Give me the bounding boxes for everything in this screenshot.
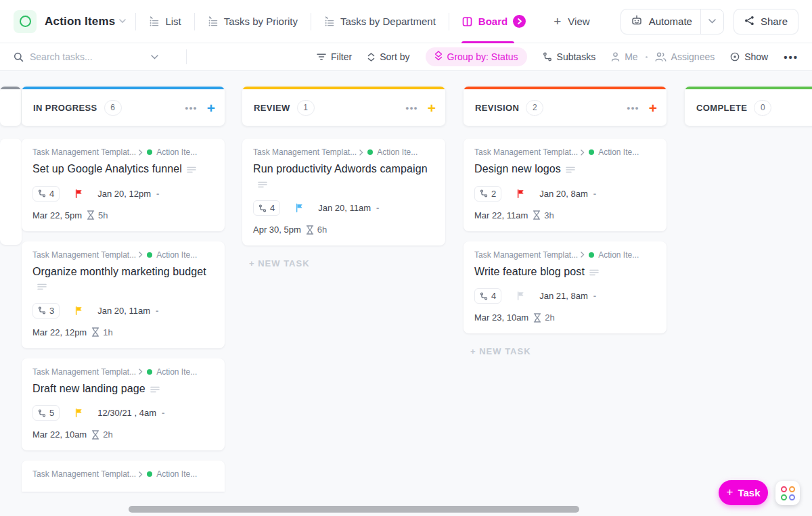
show-button[interactable]: Show [730, 51, 768, 62]
start-date[interactable]: Jan 20, 11am [97, 306, 150, 316]
breadcrumb-space[interactable]: Action Ite... [598, 147, 639, 157]
group-by-button[interactable]: Group by: Status [426, 47, 527, 66]
subtask-count-badge[interactable]: 4 [32, 186, 60, 202]
more-options-button[interactable]: ••• [784, 51, 798, 63]
due-date[interactable]: Mar 22, 10am [32, 429, 87, 440]
search-options-chevron-icon[interactable] [151, 55, 158, 60]
task-card[interactable]: Task Management Templat... Action Ite...… [22, 241, 225, 348]
column-add-task-button[interactable]: + [649, 101, 657, 115]
time-estimate[interactable]: 2h [545, 312, 554, 323]
automate-button[interactable]: Automate [621, 9, 724, 34]
breadcrumb-space[interactable]: Action Ite... [598, 250, 639, 260]
subtask-count: 5 [49, 408, 54, 418]
breadcrumb-list[interactable]: Task Management Templat... [474, 250, 578, 260]
priority-flag-icon[interactable] [516, 189, 526, 199]
subtasks-icon [480, 189, 488, 197]
time-estimate-icon [91, 327, 99, 337]
breadcrumb-space[interactable]: Action Ite... [156, 147, 197, 157]
add-view-button[interactable]: + View [537, 0, 601, 43]
horizontal-scrollbar[interactable] [129, 506, 579, 513]
priority-flag-icon[interactable] [295, 203, 304, 213]
priority-flag-icon[interactable] [74, 189, 84, 199]
column-more-button[interactable]: ••• [406, 103, 418, 113]
apps-grid-button[interactable] [775, 481, 800, 505]
subtask-count-badge[interactable]: 4 [253, 200, 280, 216]
sort-button[interactable]: Sort by [367, 51, 409, 62]
me-filter-button[interactable]: Me [611, 51, 637, 62]
expand-views-icon[interactable] [513, 15, 526, 28]
task-card[interactable]: Task Management Templat... Action Ite...… [242, 139, 445, 245]
automate-dropdown-chevron[interactable] [700, 9, 723, 34]
breadcrumb: Task Management Templat... Action Ite... [474, 250, 656, 260]
assignees-button[interactable]: Assignees [655, 51, 715, 62]
status-dot [147, 369, 152, 375]
breadcrumb-list[interactable]: Task Management Templat... [32, 250, 136, 260]
priority-flag-icon[interactable] [74, 306, 84, 316]
time-estimate[interactable]: 2h [103, 429, 112, 440]
new-task-button[interactable]: + NEW TASK [249, 258, 445, 268]
breadcrumb-space[interactable]: Action Ite... [156, 367, 197, 377]
chevron-down-icon[interactable] [119, 19, 126, 24]
filter-button[interactable]: Filter [317, 51, 352, 62]
column-name: REVISION [475, 103, 519, 113]
due-date[interactable]: Mar 23, 10am [474, 312, 528, 323]
breadcrumb: Task Management Templat... Action Ite... [474, 147, 656, 157]
column-count-badge: 2 [526, 100, 543, 116]
due-date[interactable]: Mar 22, 11am [474, 210, 528, 220]
time-estimate[interactable]: 5h [98, 210, 108, 220]
breadcrumb-space[interactable]: Action Ite... [377, 147, 418, 157]
subtask-count-badge[interactable]: 3 [32, 303, 60, 319]
tab-tasks-by-department[interactable]: Tasks by Department [313, 0, 447, 43]
priority-flag-icon[interactable] [74, 408, 84, 418]
column-add-task-button[interactable]: + [428, 101, 436, 115]
breadcrumb-space[interactable]: Action Ite... [156, 250, 197, 260]
task-card[interactable]: Task Management Templat... Action Ite...… [22, 139, 225, 231]
list-status-logo[interactable] [14, 10, 37, 33]
new-task-button[interactable]: + NEW TASK [470, 346, 667, 356]
task-card[interactable]: Task Management Templat... Action Ite...… [464, 241, 667, 334]
start-date[interactable]: Jan 20, 11am [318, 203, 371, 213]
time-estimate[interactable]: 1h [103, 327, 112, 337]
time-estimate[interactable]: 6h [317, 225, 327, 235]
due-date[interactable]: Apr 30, 5pm [253, 225, 301, 235]
subtask-count-badge[interactable]: 4 [474, 288, 501, 304]
tab-board[interactable]: Board [451, 0, 537, 43]
tab-label: Tasks by Priority [224, 16, 298, 27]
breadcrumb-space[interactable]: Action Ite... [156, 469, 197, 479]
breadcrumb-list[interactable]: Task Management Templat... [32, 147, 136, 157]
top-header: Action Items List Tasks by Priority Task… [0, 0, 812, 43]
time-estimate-icon [533, 210, 541, 220]
start-date[interactable]: Jan 20, 8am [539, 189, 588, 199]
start-date[interactable]: 12/30/21 , 4am [97, 408, 156, 418]
tab-tasks-by-priority[interactable]: Tasks by Priority [196, 0, 309, 43]
tab-list[interactable]: List [137, 0, 192, 43]
breadcrumb-list[interactable]: Task Management Templat... [253, 147, 357, 157]
subtask-count-badge[interactable]: 2 [474, 186, 501, 202]
task-card[interactable]: Task Management Templat... Action Ite...… [22, 358, 225, 451]
column-more-button[interactable]: ••• [185, 103, 198, 113]
column-add-task-button[interactable]: + [207, 101, 215, 115]
due-date[interactable]: Mar 22, 12pm [32, 327, 87, 337]
subtask-count-badge[interactable]: 5 [32, 405, 60, 421]
breadcrumb-list[interactable]: Task Management Templat... [32, 469, 136, 479]
breadcrumb-list[interactable]: Task Management Templat... [32, 367, 136, 377]
status-dot [367, 149, 373, 155]
subtasks-icon [38, 409, 46, 417]
column-more-button[interactable]: ••• [627, 103, 639, 113]
share-button[interactable]: Share [734, 9, 798, 34]
search-input[interactable] [30, 51, 145, 62]
task-card[interactable]: Task Management Templat... Action Ite...… [464, 139, 667, 231]
board-canvas: IN PROGRESS 6 ••• + Task Management Temp… [0, 71, 812, 516]
subtasks-button[interactable]: Subtasks [543, 51, 596, 62]
priority-flag-icon[interactable] [516, 291, 526, 301]
add-task-fab-button[interactable]: + Task [719, 480, 768, 505]
time-estimate[interactable]: 3h [544, 210, 554, 220]
chevron-right-icon [139, 471, 143, 477]
start-date[interactable]: Jan 20, 12pm [97, 189, 151, 199]
start-date[interactable]: Jan 21, 8am [539, 291, 588, 301]
task-card-partial[interactable]: Task Management Templat... Action Ite... [22, 461, 225, 492]
due-date[interactable]: Mar 22, 5pm [32, 210, 82, 220]
status-dot [589, 149, 594, 155]
partial-card[interactable] [0, 139, 22, 245]
breadcrumb-list[interactable]: Task Management Templat... [474, 147, 578, 157]
